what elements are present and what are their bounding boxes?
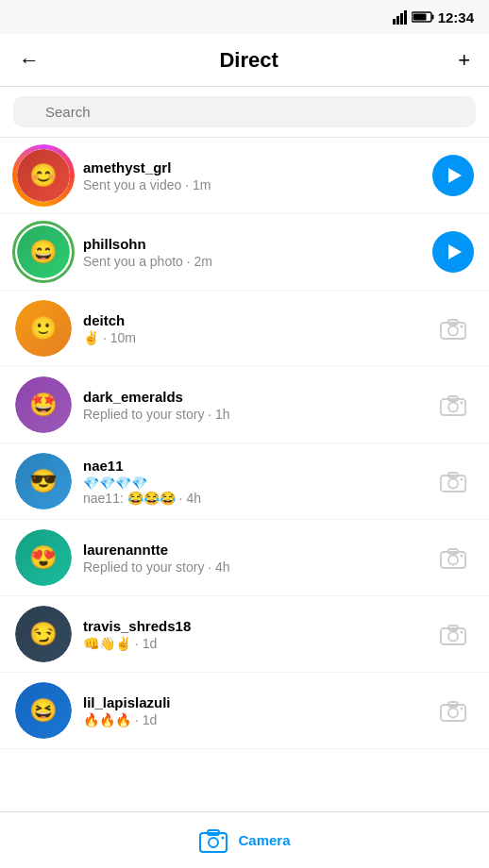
message-info: dark_emeraldsReplied to your story · 1h	[83, 389, 421, 422]
camera-icon	[440, 623, 466, 645]
action-icon[interactable]	[432, 690, 474, 731]
message-username: travis_shreds18	[83, 618, 421, 634]
svg-rect-5	[431, 15, 433, 20]
message-list: 😊amethyst_grlSent you a video · 1m😄phill…	[0, 138, 489, 749]
svg-point-20	[461, 478, 464, 481]
svg-rect-1	[396, 16, 399, 25]
svg-rect-2	[400, 13, 403, 25]
action-icon[interactable]	[432, 155, 474, 196]
avatar: 🙂	[15, 300, 72, 357]
message-info: lil_lapislazuli🔥🔥🔥 · 1d	[83, 694, 421, 727]
action-icon[interactable]	[432, 460, 474, 502]
status-time: 12:34	[438, 9, 474, 25]
camera-icon	[440, 699, 466, 722]
camera-bottom-icon	[198, 826, 228, 856]
svg-rect-0	[393, 19, 396, 25]
svg-point-16	[461, 402, 464, 405]
camera-icon	[440, 393, 466, 416]
header: ← Direct +	[0, 34, 489, 87]
status-bar: 12:34	[0, 0, 489, 34]
back-button[interactable]: ←	[15, 44, 43, 76]
list-item[interactable]: 😊amethyst_grlSent you a video · 1m	[0, 138, 489, 214]
list-item[interactable]: 😏travis_shreds18👊👋✌️ · 1d	[0, 596, 489, 673]
action-icon[interactable]	[432, 231, 474, 273]
message-username: lil_lapislazuli	[83, 694, 421, 710]
message-preview: Sent you a video · 1m	[83, 177, 421, 192]
message-preview: ✌️ · 10m	[83, 330, 421, 345]
avatar: 😄	[15, 224, 72, 280]
message-info: laurenanntteReplied to your story · 4h	[83, 542, 421, 575]
avatar: 😆	[15, 682, 72, 739]
message-username: dark_emeralds	[83, 389, 421, 405]
message-info: nae11💎💎💎💎nae11: 😂😂😂 · 4h	[83, 458, 421, 506]
battery-icon	[412, 10, 434, 24]
message-preview: Replied to your story · 1h	[83, 407, 421, 422]
avatar: 😏	[15, 606, 72, 662]
message-info: phillsohnSent you a photo · 2m	[83, 236, 421, 269]
play-triangle-icon	[448, 168, 462, 183]
action-icon[interactable]	[432, 613, 474, 655]
message-preview: 💎💎💎💎nae11: 😂😂😂 · 4h	[83, 476, 421, 506]
list-item[interactable]: 🙂deitch✌️ · 10m	[0, 291, 489, 367]
camera-label: Camera	[238, 832, 290, 848]
message-username: phillsohn	[83, 236, 421, 252]
signal-icon	[393, 9, 408, 25]
svg-point-18	[448, 479, 458, 489]
search-input[interactable]	[13, 96, 476, 127]
svg-point-22	[448, 556, 458, 565]
avatar: 🤩	[15, 376, 72, 433]
svg-point-14	[448, 403, 458, 412]
list-item[interactable]: 😆lil_lapislazuli🔥🔥🔥 · 1d	[0, 673, 489, 749]
page-title: Direct	[219, 48, 278, 73]
search-container	[0, 87, 489, 138]
avatar: 😊	[15, 147, 72, 204]
message-info: travis_shreds18👊👋✌️ · 1d	[83, 618, 421, 651]
list-item[interactable]: 😍laurenanntteReplied to your story · 4h	[0, 520, 489, 596]
message-info: deitch✌️ · 10m	[83, 312, 421, 345]
message-preview: Replied to your story · 4h	[83, 559, 421, 575]
message-preview: Sent you a photo · 2m	[83, 254, 421, 269]
list-item[interactable]: 🤩dark_emeraldsReplied to your story · 1h	[0, 367, 489, 443]
camera-icon	[440, 317, 466, 340]
svg-point-26	[448, 632, 458, 642]
message-username: laurenanntte	[83, 542, 421, 558]
message-username: nae11	[83, 458, 421, 474]
search-wrapper	[13, 96, 476, 127]
svg-point-12	[461, 326, 464, 328]
bottom-bar[interactable]: Camera	[0, 811, 489, 868]
camera-icon	[440, 470, 466, 492]
svg-point-10	[448, 326, 458, 336]
svg-rect-6	[413, 14, 426, 21]
svg-point-36	[222, 836, 225, 839]
status-icons: 12:34	[393, 9, 474, 25]
message-username: amethyst_grl	[83, 159, 421, 175]
svg-point-30	[448, 709, 458, 718]
list-item[interactable]: 😎nae11💎💎💎💎nae11: 😂😂😂 · 4h	[0, 443, 489, 520]
play-button[interactable]	[432, 231, 474, 273]
svg-point-32	[461, 708, 464, 710]
svg-rect-3	[404, 10, 407, 25]
message-info: amethyst_grlSent you a video · 1m	[83, 159, 421, 192]
camera-icon	[440, 546, 466, 569]
message-username: deitch	[83, 312, 421, 328]
svg-point-24	[461, 555, 464, 558]
play-triangle-icon	[448, 244, 462, 259]
message-preview: 🔥🔥🔥 · 1d	[83, 712, 421, 727]
action-icon[interactable]	[432, 308, 474, 349]
add-button[interactable]: +	[454, 44, 474, 76]
avatar: 😍	[15, 529, 72, 586]
action-icon[interactable]	[432, 537, 474, 578]
svg-point-34	[209, 838, 218, 847]
avatar: 😎	[15, 453, 72, 509]
action-icon[interactable]	[432, 384, 474, 426]
message-preview: 👊👋✌️ · 1d	[83, 636, 421, 651]
play-button[interactable]	[432, 155, 474, 196]
list-item[interactable]: 😄phillsohnSent you a photo · 2m	[0, 214, 489, 291]
svg-point-28	[461, 631, 464, 634]
